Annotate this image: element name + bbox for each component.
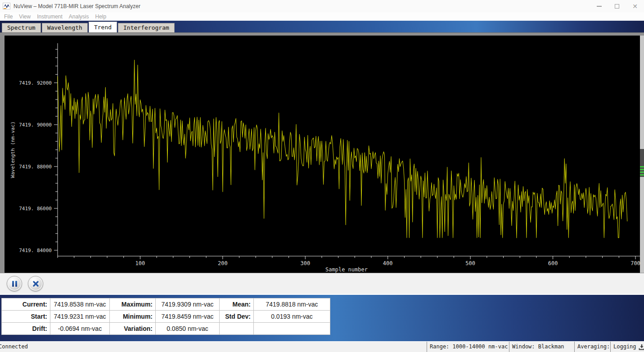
svg-text:400: 400 [383,260,393,266]
svg-text:7419. 86000: 7419. 86000 [19,206,52,212]
svg-text:Sample number: Sample number [325,266,368,273]
window-title: NuView – Model 771B-MIR Laser Spectrum A… [14,3,140,9]
svg-text:700: 700 [630,260,640,266]
svg-text:300: 300 [300,260,310,266]
logging-download-icon [639,344,644,350]
stop-button[interactable] [28,276,43,291]
svg-text:7419. 90000: 7419. 90000 [19,122,52,128]
stat-label-mean: Mean: [220,298,254,311]
stat-value-stddev: 0.0193 nm-vac [254,311,330,323]
table-row: Current: 7419.8538 nm-vac Maximum: 7419.… [2,298,330,311]
svg-text:7419. 84000: 7419. 84000 [19,248,52,253]
close-icon: ✕ [632,3,638,9]
app-window: NuView – Model 771B-MIR Laser Spectrum A… [0,0,644,352]
stats-band: Current: 7419.8538 nm-vac Maximum: 7419.… [0,294,644,341]
table-row: Drift: -0.0694 nm-vac Variation: 0.0850 … [2,323,330,335]
stat-label-maximum: Maximum: [110,298,156,311]
svg-text:600: 600 [548,260,558,266]
trend-chart[interactable]: 7419. 840007419. 860007419. 880007419. 9… [5,36,640,273]
chart-container: 7419. 840007419. 860007419. 880007419. 9… [0,32,644,273]
stat-value-current: 7419.8538 nm-vac [50,298,110,311]
table-row: Start: 7419.9231 nm-vac Minimum: 7419.84… [2,311,330,323]
status-averaging: Averaging: Of [574,342,610,352]
tab-row: Spectrum Wavelength Trend Interferogram [2,22,175,32]
stat-label-empty [220,323,254,335]
menu-file[interactable]: File [1,14,16,20]
stat-value-start: 7419.9231 nm-vac [50,311,110,323]
status-bar: Connected Range: 1000-14000 nm-vac Windo… [0,341,644,352]
stat-label-stddev: Std Dev: [220,311,254,323]
status-panels: Range: 1000-14000 nm-vac Window: Blackma… [427,342,644,352]
tab-wavelength[interactable]: Wavelength [42,23,88,32]
status-logging[interactable]: Logging [610,342,644,352]
stat-label-current: Current: [2,298,50,311]
stat-value-variation: 0.0850 nm-vac [156,323,220,335]
maximize-button[interactable] [608,0,626,12]
tab-strip: Spectrum Wavelength Trend Interferogram [0,21,644,32]
svg-text:100: 100 [135,260,145,266]
stat-value-drift: -0.0694 nm-vac [50,323,110,335]
stat-value-minimum: 7419.8459 nm-vac [156,311,220,323]
stop-x-icon [32,280,39,287]
stat-value-maximum: 7419.9309 nm-vac [156,298,220,311]
close-button[interactable]: ✕ [626,0,644,12]
stat-label-drift: Drift: [2,323,50,335]
chart-scrollbar-thumb[interactable] [640,149,644,177]
acquisition-controls [0,273,644,294]
svg-text:Wavelength (nm-vac): Wavelength (nm-vac) [10,122,16,178]
menu-bar: File View Instrument Analysis Help [0,12,644,21]
menu-help[interactable]: Help [92,14,110,20]
menu-view[interactable]: View [16,14,34,20]
tab-interferogram[interactable]: Interferogram [118,23,175,32]
chart-scrollbar[interactable] [640,36,644,273]
maximize-icon [615,4,619,9]
svg-text:500: 500 [465,260,475,266]
status-window: Window: Blackman [509,342,574,352]
svg-text:7419. 88000: 7419. 88000 [19,164,52,170]
tab-spectrum[interactable]: Spectrum [2,23,41,32]
stat-label-start: Start: [2,311,50,323]
stats-table: Current: 7419.8538 nm-vac Maximum: 7419.… [1,298,330,335]
stat-label-minimum: Minimum: [110,311,156,323]
stat-value-mean: 7419.8818 nm-vac [254,298,330,311]
stat-value-empty [254,323,330,335]
connection-status: Connected [0,343,28,350]
svg-text:7419. 92000: 7419. 92000 [19,80,52,86]
minimize-icon [597,6,602,7]
pause-button[interactable] [7,276,22,291]
menu-instrument[interactable]: Instrument [34,14,66,20]
tab-trend[interactable]: Trend [89,22,117,32]
title-bar: NuView – Model 771B-MIR Laser Spectrum A… [0,0,644,12]
scrollbar-grip-icon [640,166,644,176]
status-range: Range: 1000-14000 nm-vac [427,342,509,352]
menu-analysis[interactable]: Analysis [66,14,92,20]
app-logo-icon [3,3,10,10]
pause-icon [12,281,17,287]
minimize-button[interactable] [590,0,608,12]
stat-label-variation: Variation: [110,323,156,335]
svg-text:200: 200 [218,260,228,266]
window-controls: ✕ [590,0,644,12]
